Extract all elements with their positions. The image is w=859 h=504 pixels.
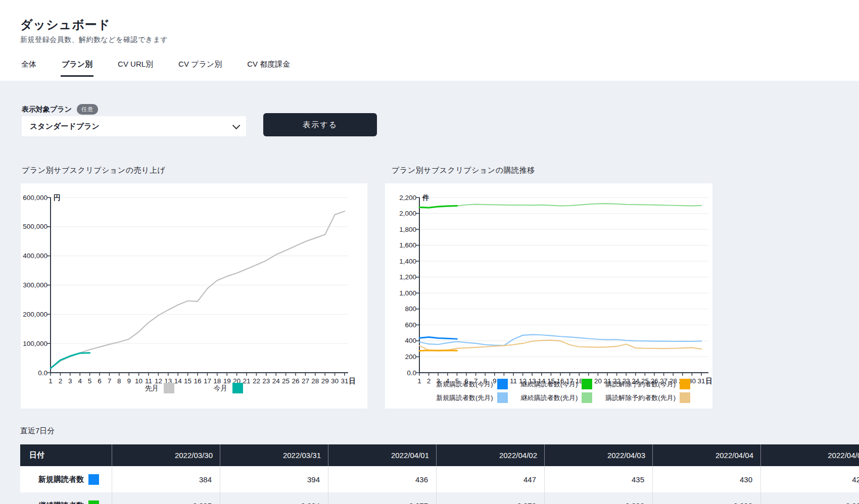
legend-item: 継続購読者数(今月) [521,379,593,389]
row-label-text: 継続購読者数 [38,501,84,504]
svg-text:件: 件 [422,194,429,201]
svg-text:円: 円 [54,194,61,201]
legend-label: 購読解除予約者数(先月) [605,393,676,402]
table-header-cell: 2022/04/03 [545,444,653,466]
svg-text:1,800: 1,800 [399,226,416,233]
table-cell: 2,084 [220,492,328,504]
legend-color-chip [582,392,592,403]
page-subtitle: 新規登録会員数、解約数などを確認できます [20,35,168,44]
svg-text:600: 600 [405,321,416,329]
legend-color-chip [680,392,690,403]
recent-table: 日付2022/03/302022/03/312022/04/012022/04/… [20,444,859,504]
legend-item: 購読解除予約者数(先月) [605,392,690,403]
filter-label: 表示対象プラン [22,105,72,114]
svg-text:500,000: 500,000 [23,223,47,230]
tab-0[interactable]: 全体 [20,60,37,77]
table-header-date: 日付 [20,444,112,466]
table-cell: 435 [545,466,653,492]
legend-color-chip [164,383,174,393]
legend-color-chip [582,379,592,389]
row-label-text: 新規購読者数 [38,475,84,484]
svg-text:100,000: 100,000 [23,340,47,347]
dashboard-page: { "header": { "title": "ダッシュボード", "subti… [0,0,859,504]
svg-text:400: 400 [405,337,416,344]
svg-text:日: 日 [705,377,712,385]
svg-text:300,000: 300,000 [23,281,47,289]
table-row: 継続購読者数2,0952,0842,0772,0722,0862,0922,09 [20,492,859,504]
subs-line-chart: 2,2002,0001,8001,6001,4001,2001,00080060… [385,183,712,409]
plan-select-value: スタンダードプラン [30,122,100,131]
table-header-cell: 2022/04/02 [437,444,545,466]
tab-bar: 全体プラン別CV URL別CV プラン別CV 都度課金 [20,60,291,77]
legend-color-chip [497,379,508,389]
svg-text:200,000: 200,000 [23,311,47,318]
table-header-cell: 2022/03/30 [112,444,220,466]
page-title: ダッシュボード [20,17,110,33]
table-header-cell: 2022/03/31 [220,444,328,466]
content-area: 表示対象プラン 任意 スタンダードプラン 表示する プラン別サブスクリプションの… [0,81,859,504]
svg-text:1,600: 1,600 [399,241,416,249]
legend-label: 新規購読者数(今月) [436,380,493,389]
svg-text:2,000: 2,000 [399,210,416,217]
page-header: ダッシュボード 新規登録会員数、解約数などを確認できます 全体プラン別CV UR… [0,0,859,81]
svg-text:400,000: 400,000 [23,252,47,260]
subs-chart-title: プラン別サブスクリプションの購読推移 [392,166,535,175]
table-cell: 447 [437,466,545,492]
legend-label: 継続購読者数(今月) [521,380,578,389]
table-cell: 2,095 [112,492,220,504]
svg-text:0.0: 0.0 [407,369,416,377]
svg-text:2,200: 2,200 [399,194,416,201]
legend-label: 購読解除予約者数(今月) [605,380,676,389]
table-row-label: 継続購読者数 [20,492,112,504]
legend-label: 先月 [145,384,159,393]
tab-4[interactable]: CV 都度課金 [246,60,291,77]
svg-text:2: 2 [427,377,431,385]
table-row: 新規購読者数38439443644743543042 [20,466,859,492]
table-cell: 2,092 [653,492,761,504]
svg-text:1,200: 1,200 [399,273,416,281]
svg-text:200: 200 [405,353,416,361]
filter-label-row: 表示対象プラン 任意 [22,104,98,115]
legend-label: 今月 [214,384,227,393]
table-header-cell: 2022/04/04 [653,444,761,466]
table-cell: 2,077 [328,492,437,504]
chevron-down-icon [232,121,241,129]
table-row-label: 新規購読者数 [20,466,112,492]
sales-chart-title: プラン別サブスクリプションの売り上げ [22,166,165,175]
legend-item: 継続購読者数(先月) [521,392,593,403]
tab-2[interactable]: CV URL別 [117,60,154,77]
show-button[interactable]: 表示する [263,113,377,136]
plan-select[interactable]: スタンダードプラン [22,116,246,136]
subs-chart-legend: 新規購読者数(今月)継続購読者数(今月)購読解除予約者数(今月)新規購読者数(先… [436,379,690,403]
svg-text:0.0: 0.0 [38,369,47,377]
subs-chart-card: 2,2002,0001,8001,6001,4001,2001,00080060… [385,183,712,409]
tab-1[interactable]: プラン別 [61,60,93,77]
series-color-chip [88,474,99,485]
legend-label: 継続購読者数(先月) [521,393,578,402]
table-cell: 394 [220,466,328,492]
table-cell: 2,09 [761,492,859,504]
svg-text:1,000: 1,000 [399,289,416,297]
legend-item: 新規購読者数(今月) [436,379,508,389]
table-cell: 42 [761,466,859,492]
svg-text:31: 31 [697,377,705,385]
optional-badge: 任意 [77,104,98,115]
legend-item: 先月 [145,383,174,393]
legend-color-chip [497,392,508,403]
svg-text:800: 800 [405,305,416,313]
legend-item: 今月 [214,383,243,393]
table-header-cell: 2022/04/01 [328,444,437,466]
table-header-row: 日付2022/03/302022/03/312022/04/012022/04/… [20,444,859,466]
recent-section-title: 直近7日分 [20,426,55,436]
sales-line-chart: 600,000500,000400,000300,000200,000100,0… [21,183,367,409]
tab-3[interactable]: CV プラン別 [177,60,223,77]
table-cell: 430 [653,466,761,492]
table-cell: 384 [112,466,220,492]
table-header-cell: 2022/04/0 [761,444,859,466]
legend-color-chip [232,383,243,393]
svg-text:1,400: 1,400 [399,258,416,265]
sales-chart-card: 600,000500,000400,000300,000200,000100,0… [21,183,367,409]
legend-label: 新規購読者数(先月) [436,393,493,402]
table-cell: 2,086 [545,492,653,504]
svg-text:1: 1 [417,377,421,385]
